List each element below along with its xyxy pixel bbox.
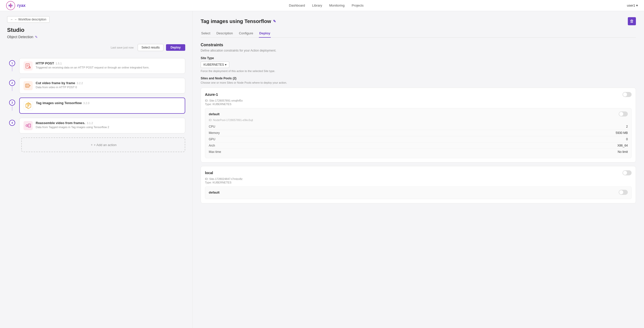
nav-library[interactable]: Library [312,4,322,7]
step-info-4: Reassemble video from frames. 3.1.2 Data… [36,121,181,129]
step-card-3[interactable]: TF Tag images using Tensorflow 3.2.0 [19,98,185,114]
step-card-4[interactable]: Reassemble video from frames. 3.1.2 Data… [19,118,185,133]
toggle-knob [623,92,627,97]
node-pool-local-default: default [205,186,632,199]
user-chevron-icon: ▾ [636,4,638,7]
site-card-azure-1-header: Azure-1 [205,92,632,97]
chevron-down-icon: ▾ [225,63,226,66]
site-local-name: local [205,171,213,175]
site-type-label: Site Type [201,56,636,60]
resource-cpu: CPU 2 [209,124,628,130]
step-name-1: HTTP POST 1.5.1 [36,61,181,65]
svg-rect-16 [28,124,31,127]
site-azure-1-info: Azure-1 [205,92,218,97]
svg-point-15 [26,125,27,126]
nav-links: Dashboard Library Monitoring Projects [289,4,364,7]
tab-configure[interactable]: Configure [238,29,254,38]
arrow-left-icon: ← [10,18,13,21]
nav-monitoring[interactable]: Monitoring [329,4,345,7]
constraints-desc: Define allocation constraints for your A… [201,49,636,52]
step-line-3 [12,106,12,111]
step-card-2[interactable]: Cut video frame by frame 3.2.2 Data from… [19,78,185,93]
site-azure-1-type: Type: KUBERNETES [205,103,632,106]
svg-text:P: P [29,67,30,69]
nav-dashboard[interactable]: Dashboard [289,4,305,7]
right-panel: Tag images using Tensorflow ✎ 🗑 Select D… [192,11,644,328]
deploy-button[interactable]: Deploy [166,44,185,51]
node-pool-local-default-header: default [209,190,628,195]
action-tabs: Select Description Configure Deploy [201,29,636,38]
svg-text:TF: TF [27,105,30,107]
action-edit-icon[interactable]: ✎ [273,19,276,23]
site-azure-1-name: Azure-1 [205,92,218,97]
site-type-field: Site Type KUBERNETES ▾ Force the deploym… [201,56,636,73]
site-local-info: local [205,171,213,175]
step-desc-1: Triggered on receiving data on an HTTP P… [36,66,181,69]
logo-icon [6,1,15,10]
tab-description[interactable]: Description [216,29,233,38]
step-icon-1: P [24,61,33,71]
studio-title: Studio [7,27,185,33]
node-pool-azure-toggle[interactable] [619,111,628,116]
nodes-desc: Choose one or more Sites or Node Pools w… [201,81,636,84]
delete-button[interactable]: 🗑 [628,17,636,25]
toggle-knob-2 [619,112,623,116]
svg-marker-12 [30,85,31,86]
node-pool-azure-default: default ID: NodePool-1728057891-e9kv3ujt… [205,108,632,158]
step-line-2 [12,86,12,91]
step-connector-2: 2 [7,76,17,91]
step-number-2: 2 [9,80,15,86]
action-title: Tag images using Tensorflow ✎ [201,18,276,24]
user-menu[interactable]: user1 ▾ [627,4,638,7]
step-row-1: 1 P [7,56,185,76]
nodes-count: (2) [233,77,237,80]
tab-deploy[interactable]: Deploy [259,29,271,38]
step-info-2: Cut video frame by frame 3.2.2 Data from… [36,81,181,89]
step-number-4: 4 [9,120,15,126]
nav-projects[interactable]: Projects [352,4,364,7]
node-pool-local-toggle[interactable] [619,190,628,195]
logo: ryax [6,1,26,10]
step-name-2: Cut video frame by frame 3.2.2 [36,81,181,85]
nodes-section-header: Sites and Node Pools (2) Choose one or m… [201,77,636,84]
step-number-3: 3 [9,100,15,106]
site-azure-1-toggle[interactable] [622,92,632,97]
step-info-1: HTTP POST 1.5.1 Triggered on receiving d… [36,61,181,69]
workflow-edit-icon[interactable]: ✎ [35,35,38,39]
breadcrumb-button[interactable]: ← ← Workflow description [7,16,50,23]
select-results-button[interactable]: Select results [138,44,163,51]
step-info-3: Tag images using Tensorflow 3.2.0 [36,101,181,105]
step-icon-2 [24,81,33,90]
reassemble-icon [25,123,31,128]
resource-memory: Memory 5930 MB [209,130,628,136]
node-pool-azure-default-name: default [209,112,220,116]
step-name-3: Tag images using Tensorflow 3.2.0 [36,101,181,105]
step-number-1: 1 [9,60,15,66]
site-card-local-header: local [205,170,632,175]
step-line-1 [12,66,12,71]
toggle-knob-3 [623,171,627,175]
site-local-type: Type: KUBERNETES [205,181,632,184]
topnav: ryax Dashboard Library Monitoring Projec… [0,0,644,11]
workflow-name-text: Object Detection [7,35,33,39]
add-action-label: + Add an action [94,143,117,147]
site-local-id: ID: Site-1728024847-t7mtzv8z [205,177,632,180]
step-desc-4: Data from Tagged images in Tag images us… [36,126,181,129]
step-row-2: 2 [7,76,185,96]
step-card-1[interactable]: P HTTP POST 1.5.1 Triggered on receiving… [19,58,185,74]
trash-icon: 🗑 [630,19,634,24]
constraints-title: Constraints [201,43,636,47]
tab-select[interactable]: Select [201,29,211,38]
workflow-name-row: Object Detection ✎ [7,35,185,39]
step-row-4: 4 [7,116,185,135]
logo-text: ryax [17,3,26,8]
site-local-toggle[interactable] [622,170,632,175]
site-azure-1-id: ID: Site-1728057891-vmqfnf5v [205,99,632,102]
steps-list: 1 P [7,56,185,135]
site-type-select[interactable]: KUBERNETES ▾ [201,61,229,68]
action-header: Tag images using Tensorflow ✎ 🗑 [201,17,636,25]
add-action-button[interactable]: ＋ + Add an action [21,137,185,152]
toggle-knob-4 [619,190,623,194]
node-pool-azure-default-header: default [209,111,628,116]
site-card-azure-1: Azure-1 ID: Site-1728057891-vmqfnf5v Typ… [201,88,636,162]
